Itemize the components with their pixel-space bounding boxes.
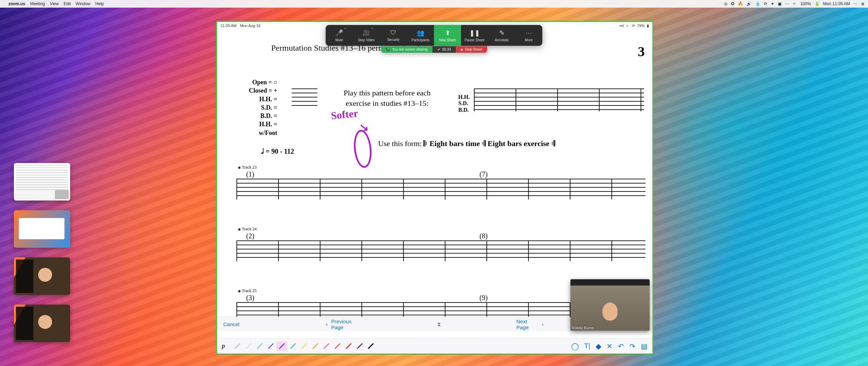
track-label: Track 23 xyxy=(238,165,257,170)
page-number-big: 3 xyxy=(638,43,645,60)
macos-menubar: zoom.us Meeting View Edit Window Help ◎ … xyxy=(0,0,868,8)
undo-icon[interactable]: ↶ xyxy=(618,342,624,350)
intro-pattern-staff xyxy=(474,88,644,111)
color-swatch[interactable] xyxy=(332,341,343,351)
stop-video-button[interactable]: 🎥Stop Video xyxy=(353,25,380,46)
chevron-left-icon[interactable]: ‹ xyxy=(326,321,328,327)
color-swatch[interactable] xyxy=(243,341,254,351)
color-swatch[interactable] xyxy=(299,341,310,351)
color-swatch[interactable] xyxy=(310,341,321,351)
redo-icon[interactable]: ↷ xyxy=(629,342,635,350)
menubar-extra-icon[interactable]: 🔥 xyxy=(738,1,743,6)
pause-icon: ❚❚ xyxy=(469,29,480,37)
menubar-battery-icon[interactable]: 🔋 xyxy=(815,1,820,6)
participants-icon: 👥 xyxy=(417,29,424,37)
staff-instrument-labels: H.H. S.D. B.D. xyxy=(458,94,470,113)
sharing-notice: 📞You are screen sharing xyxy=(381,46,432,53)
layers-icon[interactable]: ▤ xyxy=(641,342,648,350)
zoom-sharing-strip: 📞You are screen sharing ✔05:33 ■Stop Sha… xyxy=(381,46,487,53)
phone-icon: 📞 xyxy=(386,48,390,51)
ipad-wifi-icon: ᯤ xyxy=(626,24,630,28)
exercise-number: (1) xyxy=(246,170,254,178)
color-swatch[interactable] xyxy=(232,341,243,351)
color-swatch[interactable] xyxy=(287,341,299,351)
app-menu[interactable]: zoom.us xyxy=(8,1,25,6)
shape-tool-icon[interactable]: ◯ xyxy=(571,342,579,350)
menu-window[interactable]: Window xyxy=(76,1,91,6)
dynamic-marking-icon[interactable]: p xyxy=(222,342,225,350)
color-swatch[interactable] xyxy=(343,341,354,351)
participants-button[interactable]: 👥Participants xyxy=(407,25,434,46)
menubar-extra-icon[interactable]: ✦ xyxy=(771,1,774,6)
next-page-button[interactable]: Next Page xyxy=(516,318,538,330)
menubar-dots-icon[interactable]: ⋯ xyxy=(853,1,858,6)
menu-edit[interactable]: Edit xyxy=(64,1,71,6)
circle-annotation xyxy=(352,129,373,169)
window-thumb[interactable] xyxy=(14,210,70,248)
pause-share-button[interactable]: ❚❚Pause Share xyxy=(461,25,488,46)
exercise-number: (9) xyxy=(479,294,487,302)
zoom-video-pip[interactable]: Robby Burns xyxy=(570,279,650,331)
menubar-sync-icon[interactable]: ⟳ xyxy=(764,1,767,6)
chevron-right-icon[interactable]: › xyxy=(542,321,543,327)
shared-ipad-window: 11:05 AM Mon Aug 10 ••ıl ᯤ ⟳ 79% ▮ 3 Per… xyxy=(216,21,653,355)
menubar-clock[interactable]: Mon 11:05 AM xyxy=(823,1,850,6)
ipad-time: 11:05 AM xyxy=(220,24,236,28)
window-thumb[interactable] xyxy=(14,257,70,295)
window-thumb[interactable] xyxy=(14,305,70,342)
eraser-tool-icon[interactable]: ◆ xyxy=(596,342,601,350)
shield-icon: 🛡 xyxy=(390,29,397,36)
menu-meeting[interactable]: Meeting xyxy=(30,1,45,6)
share-up-icon: ⬆ xyxy=(445,29,450,37)
new-share-button[interactable]: ⬆New Share xyxy=(434,25,461,46)
mission-control-thumbs xyxy=(14,163,70,342)
ipad-rotate-icon: ⟳ xyxy=(632,24,635,28)
sharing-timer: ✔05:33 xyxy=(433,46,456,53)
security-button[interactable]: 🛡Security xyxy=(380,25,407,46)
color-swatch[interactable] xyxy=(265,341,276,351)
color-swatch[interactable] xyxy=(254,341,265,351)
menu-help[interactable]: Help xyxy=(95,1,104,6)
menubar-volume-icon[interactable]: 🔊 xyxy=(746,1,752,6)
mute-button[interactable]: 🎤Mute xyxy=(326,25,353,46)
menu-view[interactable]: View xyxy=(50,1,59,6)
pencil-icon: ✎ xyxy=(499,29,504,37)
pattern-instruction: Play this pattern before each exercise i… xyxy=(332,88,443,108)
clear-tool-icon[interactable]: ✕ xyxy=(607,342,612,350)
participant-video: Robby Burns xyxy=(570,286,650,331)
metronome-icon[interactable]: ⧗ xyxy=(437,321,441,327)
window-thumb[interactable] xyxy=(14,163,70,201)
microphone-icon: 🎤 xyxy=(335,29,343,37)
pip-titlebar[interactable] xyxy=(570,279,650,286)
more-button[interactable]: ⋯More xyxy=(515,25,542,46)
video-icon: 🎥 xyxy=(362,29,370,37)
menubar-wifi-icon[interactable]: ᯤ xyxy=(793,1,797,6)
more-icon: ⋯ xyxy=(526,29,532,37)
menubar-box-icon[interactable]: ▣ xyxy=(778,1,782,6)
menubar-extra-icon[interactable]: ✪ xyxy=(731,1,734,6)
color-swatch[interactable] xyxy=(365,341,376,351)
previous-page-button[interactable]: Previous Page xyxy=(331,318,362,330)
annotate-button[interactable]: ✎Annotate xyxy=(488,25,515,46)
cancel-button[interactable]: Cancel xyxy=(223,321,240,327)
menubar-list-icon[interactable]: ≣ xyxy=(861,1,865,6)
exercise-number: (2) xyxy=(246,232,254,240)
color-swatch[interactable] xyxy=(321,341,332,351)
tempo-marking: ♩ = 90 - 112 xyxy=(261,147,294,156)
exercise-number: (8) xyxy=(479,232,487,240)
quarter-note-icon: ♩ xyxy=(261,147,264,156)
stop-share-button[interactable]: ■Stop Share xyxy=(456,46,487,53)
menubar-dots-icon[interactable]: ⋯ xyxy=(785,1,789,6)
ipad-battery-pct: 79% xyxy=(637,24,645,28)
menubar-extra-icon[interactable]: ◎ xyxy=(724,1,727,6)
text-tool-icon[interactable]: T| xyxy=(584,342,590,350)
forscore-tools-bar: p ◯ T| ◆ ✕ ↶ ↷ ▤ xyxy=(217,338,652,354)
notation-legend: Open = ○ Closed = + H.H. = S.D. = B.D. =… xyxy=(249,78,277,137)
exercise-staff: Track 24 (2) (8) xyxy=(236,240,645,261)
menubar-battery-pct: 100% xyxy=(800,1,811,6)
track-label: Track 25 xyxy=(238,288,257,293)
legend-staff xyxy=(292,88,317,109)
color-swatch[interactable] xyxy=(354,341,365,351)
color-swatch[interactable] xyxy=(276,341,287,351)
menubar-drop-icon[interactable]: 💧 xyxy=(755,1,760,6)
